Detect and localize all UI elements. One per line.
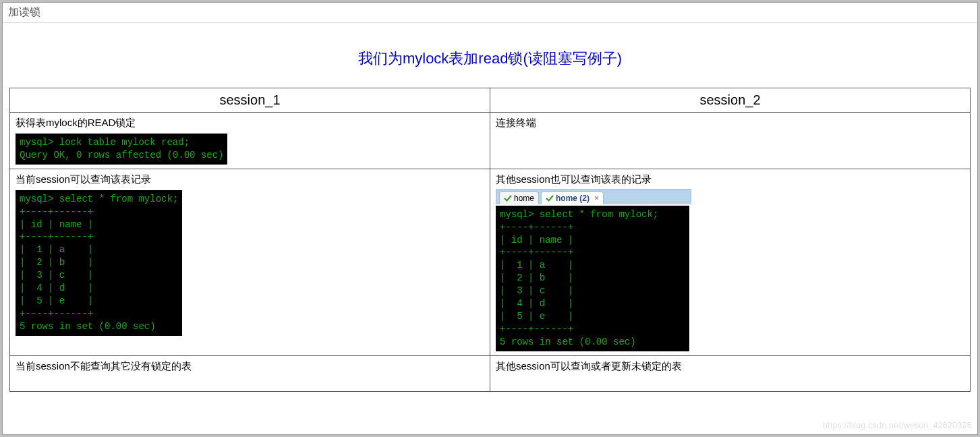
cell-description: 当前session可以查询该表记录 (16, 173, 484, 186)
cell-description: 其他session也可以查询该表的记录 (496, 173, 964, 186)
column-header-session2: session_2 (490, 88, 971, 113)
table-row: 当前session不能查询其它没有锁定的表 其他session可以查询或者更新未… (10, 355, 971, 391)
check-icon (504, 194, 512, 202)
tab-home-2[interactable]: home (2) × (541, 192, 604, 204)
cell-description: 其他session可以查询或者更新未锁定的表 (496, 360, 964, 373)
comparison-table: session_1 session_2 获得表mylock的READ锁定 mys… (9, 88, 971, 392)
tab-bar: home home (2) × (496, 189, 691, 204)
terminal-output: mysql> select * from mylock; +----+-----… (16, 190, 182, 336)
tab-label: home (2) (556, 194, 589, 203)
terminal-output: mysql> lock table mylock read; Query OK,… (16, 134, 227, 165)
table-row: 当前session可以查询该表记录 mysql> select * from m… (10, 169, 971, 355)
tab-home[interactable]: home (499, 192, 539, 204)
column-header-session1: session_1 (10, 88, 490, 113)
close-icon[interactable]: × (594, 194, 599, 203)
cell-description: 连接终端 (496, 117, 964, 129)
terminal-output: mysql> select * from mylock; +----+-----… (496, 206, 689, 351)
page-title: 我们为mylock表加read锁(读阻塞写例子) (9, 49, 971, 69)
table-row: 获得表mylock的READ锁定 mysql> lock table myloc… (10, 113, 971, 169)
section-header: 加读锁 (3, 3, 977, 23)
cell-description: 当前session不能查询其它没有锁定的表 (16, 360, 484, 373)
tab-label: home (514, 194, 534, 203)
check-icon (546, 194, 554, 202)
cell-description: 获得表mylock的READ锁定 (16, 117, 484, 129)
watermark: https://blog.csdn.net/weixin_42620326 (823, 420, 972, 430)
